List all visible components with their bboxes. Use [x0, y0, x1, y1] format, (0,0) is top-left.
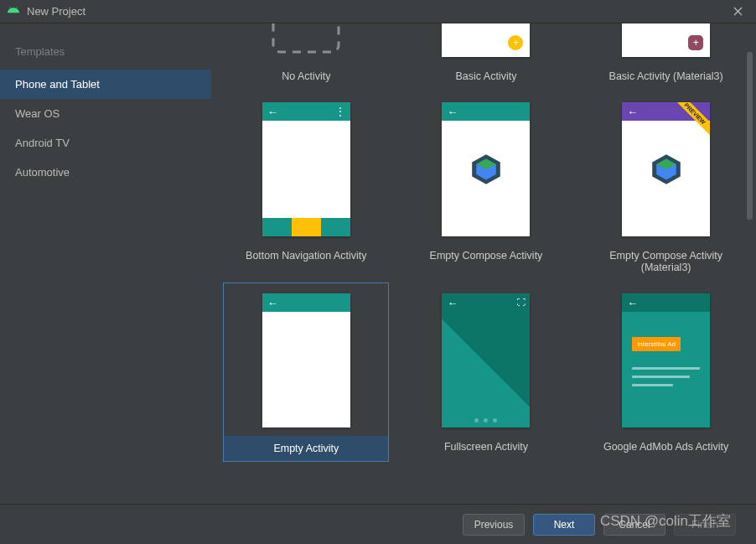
- next-button[interactable]: Next: [533, 514, 595, 536]
- compose-logo-icon: [469, 152, 504, 187]
- button-bar: Previous Next Cancel Finish: [0, 504, 756, 544]
- template-preview: ← ⋮: [262, 102, 350, 236]
- back-arrow-icon: ←: [627, 106, 638, 118]
- close-icon: [733, 7, 743, 16]
- sidebar-header: Templates: [0, 39, 211, 70]
- template-preview: ← PREVIEW: [622, 102, 710, 236]
- preview-topbar: ←: [262, 293, 350, 312]
- back-arrow-icon: ←: [267, 297, 278, 309]
- svg-rect-0: [273, 23, 339, 52]
- template-bottom-navigation[interactable]: ← ⋮ Bottom Navigation Activity: [223, 102, 389, 278]
- finish-button: Finish: [674, 514, 736, 536]
- template-label: No Activity: [223, 65, 389, 87]
- template-preview: ←: [442, 102, 530, 236]
- sidebar-item-automotive[interactable]: Automotive: [0, 158, 211, 187]
- back-arrow-icon: ←: [267, 106, 278, 118]
- sidebar-item-label: Phone and Tablet: [15, 78, 100, 91]
- template-basic-activity-m3[interactable]: + Basic Activity (Material3): [583, 23, 749, 87]
- sidebar-item-wear-os[interactable]: Wear OS: [0, 99, 211, 128]
- android-icon: [7, 5, 20, 18]
- template-empty-compose-m3[interactable]: ← PREVIEW Empty Compose Activity (Materi…: [583, 102, 749, 278]
- fab-icon: +: [508, 35, 523, 50]
- template-label: Empty Compose Activity: [403, 245, 569, 267]
- template-admob[interactable]: ← Interstitial Ad Google AdMob Ads Activ…: [583, 293, 749, 462]
- template-preview: [262, 23, 350, 57]
- back-arrow-icon: ←: [447, 297, 458, 309]
- sidebar-item-label: Automotive: [15, 166, 70, 179]
- template-basic-activity[interactable]: + Basic Activity: [403, 23, 569, 87]
- preview-topbar: ←: [622, 293, 710, 312]
- back-arrow-icon: ←: [447, 106, 458, 118]
- sidebar: Templates Phone and Tablet Wear OS Andro…: [0, 23, 211, 504]
- back-arrow-icon: ←: [627, 297, 638, 309]
- sidebar-item-android-tv[interactable]: Android TV: [0, 128, 211, 158]
- pager-dots-icon: [442, 418, 530, 422]
- template-label: Google AdMob Ads Activity: [583, 436, 749, 458]
- template-preview: ←: [262, 293, 350, 427]
- template-empty-compose[interactable]: ← Empty Compose Activity: [403, 102, 569, 278]
- template-grid: No Activity + Basic Activity + Basic Act…: [220, 23, 753, 462]
- expand-icon: ⛶: [517, 298, 526, 307]
- template-preview: ← ⛶: [442, 293, 530, 427]
- template-preview: +: [442, 23, 530, 57]
- sidebar-item-label: Android TV: [15, 137, 70, 149]
- text-lines-icon: [632, 367, 700, 392]
- template-label: Fullscreen Activity: [403, 436, 569, 458]
- fab-icon: +: [688, 35, 703, 50]
- admob-button-label: Interstitial Ad: [632, 337, 681, 351]
- sidebar-item-label: Wear OS: [15, 107, 60, 120]
- template-label: Basic Activity (Material3): [583, 65, 749, 87]
- template-preview: +: [622, 23, 710, 57]
- template-fullscreen[interactable]: ← ⛶ Fullscreen Activity: [403, 293, 569, 462]
- cancel-button[interactable]: Cancel: [603, 514, 665, 536]
- template-no-activity[interactable]: No Activity: [223, 23, 389, 87]
- template-grid-container: No Activity + Basic Activity + Basic Act…: [211, 23, 756, 504]
- template-empty-activity[interactable]: ← Empty Activity: [223, 282, 389, 462]
- template-label: Empty Activity: [224, 436, 388, 461]
- preview-topbar: ← ⋮: [262, 102, 350, 121]
- menu-dots-icon: ⋮: [335, 106, 345, 117]
- window-title: New Project: [27, 5, 726, 18]
- sidebar-item-phone-tablet[interactable]: Phone and Tablet: [0, 70, 211, 99]
- dashed-rect-icon: [268, 23, 344, 57]
- template-label: Empty Compose Activity (Material3): [583, 245, 749, 278]
- preview-bottom-nav: [262, 218, 350, 236]
- template-label: Bottom Navigation Activity: [223, 245, 389, 267]
- scrollbar-thumb[interactable]: [747, 52, 753, 220]
- main-area: Templates Phone and Tablet Wear OS Andro…: [0, 23, 756, 504]
- preview-topbar: ←: [442, 102, 530, 121]
- close-button[interactable]: [726, 0, 749, 23]
- template-preview: ← Interstitial Ad: [622, 293, 710, 427]
- scrollbar[interactable]: [747, 52, 753, 245]
- template-label: Basic Activity: [403, 65, 569, 87]
- title-bar: New Project: [0, 0, 756, 23]
- compose-logo-icon: [649, 152, 684, 187]
- previous-button[interactable]: Previous: [463, 514, 525, 536]
